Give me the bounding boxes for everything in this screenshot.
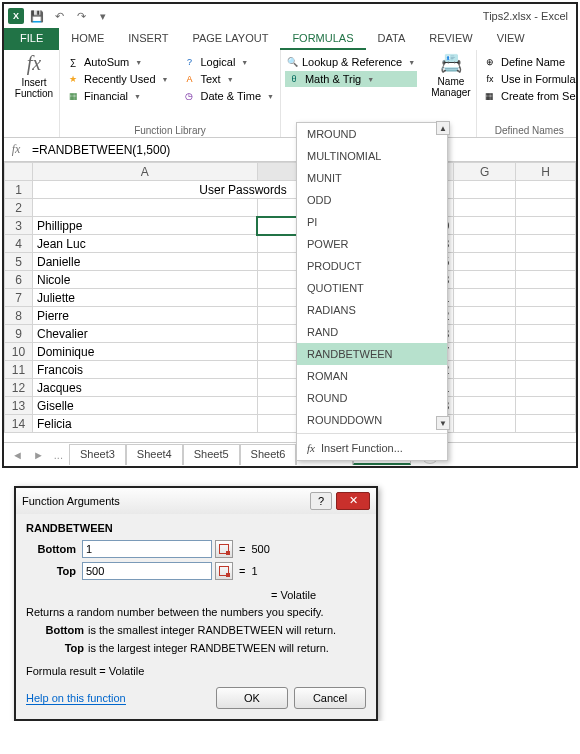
row-header-4[interactable]: 4 [5, 235, 33, 253]
recently-used-button[interactable]: ★Recently Used▼ [64, 71, 170, 87]
theta-icon: θ [287, 72, 301, 86]
fn-item-round[interactable]: ROUND [297, 387, 447, 409]
tab-review[interactable]: REVIEW [417, 28, 484, 50]
collapse-dialog-button[interactable] [215, 562, 233, 580]
cell-A5[interactable]: Danielle [33, 253, 258, 271]
row-header-3[interactable]: 3 [5, 217, 33, 235]
dialog-help-button[interactable]: ? [310, 492, 332, 510]
row-header-7[interactable]: 7 [5, 289, 33, 307]
logical-icon: ? [182, 55, 196, 69]
formula-result: Formula result = Volatile [26, 665, 366, 677]
fn-item-radians[interactable]: RADIANS [297, 299, 447, 321]
row-header-14[interactable]: 14 [5, 415, 33, 433]
fn-item-product[interactable]: PRODUCT [297, 255, 447, 277]
cell-A12[interactable]: Jacques [33, 379, 258, 397]
sheet-tab-sheet5[interactable]: Sheet5 [183, 444, 240, 465]
fx-icon[interactable]: fx [4, 142, 28, 157]
cell-A11[interactable]: Francois [33, 361, 258, 379]
row-header-1[interactable]: 1 [5, 181, 33, 199]
logical-button[interactable]: ?Logical▼ [180, 54, 275, 70]
sheet-overflow[interactable]: ... [50, 449, 67, 461]
tab-view[interactable]: VIEW [485, 28, 537, 50]
cell-A3[interactable]: Phillippe [33, 217, 258, 235]
text-button[interactable]: AText▼ [180, 71, 275, 87]
sheet-nav-prev-icon[interactable]: ◄ [8, 449, 27, 461]
sheet-tab-sheet4[interactable]: Sheet4 [126, 444, 183, 465]
sheet-tab-sheet6[interactable]: Sheet6 [240, 444, 297, 465]
range-icon [219, 544, 229, 554]
fn-item-odd[interactable]: ODD [297, 189, 447, 211]
collapse-dialog-button[interactable] [215, 540, 233, 558]
help-link[interactable]: Help on this function [26, 692, 126, 705]
scroll-down-icon[interactable]: ▼ [436, 416, 450, 430]
cell-A14[interactable]: Felicia [33, 415, 258, 433]
fn-item-pi[interactable]: PI [297, 211, 447, 233]
row-header-12[interactable]: 12 [5, 379, 33, 397]
row-header-5[interactable]: 5 [5, 253, 33, 271]
fn-item-roman[interactable]: ROMAN [297, 365, 447, 387]
cell-A10[interactable]: Dominique [33, 343, 258, 361]
sheet-tab-sheet3[interactable]: Sheet3 [69, 444, 126, 465]
row-header-10[interactable]: 10 [5, 343, 33, 361]
dialog-close-button[interactable]: ✕ [336, 492, 370, 510]
fn-item-rand[interactable]: RAND [297, 321, 447, 343]
arg-top-input[interactable] [82, 562, 212, 580]
row-header-11[interactable]: 11 [5, 361, 33, 379]
autosum-button[interactable]: ∑AutoSum▼ [64, 54, 170, 70]
insert-function-button[interactable]: fx Insert Function [8, 52, 60, 99]
tab-formulas[interactable]: FORMULAS [280, 28, 365, 50]
scroll-up-icon[interactable]: ▲ [436, 121, 450, 135]
cell-A8[interactable]: Pierre [33, 307, 258, 325]
sheet-tab-bar: ◄ ► ... Sheet3Sheet4Sheet5Sheet6Sheet7Sh… [4, 442, 576, 466]
undo-icon[interactable]: ↶ [50, 7, 68, 25]
window-title: Tips2.xlsx - Excel [483, 10, 568, 22]
dialog-function-name: RANDBETWEEN [26, 522, 366, 534]
row-header-13[interactable]: 13 [5, 397, 33, 415]
spreadsheet-grid[interactable]: ABCGH1User Passwords23Phillippe4604604Je… [4, 162, 576, 442]
define-name-button[interactable]: ⊕Define Name [481, 54, 578, 70]
redo-icon[interactable]: ↷ [72, 7, 90, 25]
fn-item-mround[interactable]: MROUND [297, 123, 447, 145]
qat-dropdown-icon[interactable]: ▾ [94, 7, 112, 25]
row-header-8[interactable]: 8 [5, 307, 33, 325]
cell-A4[interactable]: Jean Luc [33, 235, 258, 253]
cell-A9[interactable]: Chevalier [33, 325, 258, 343]
col-header-G[interactable]: G [454, 163, 516, 181]
lookup-button[interactable]: 🔍Lookup & Reference▼ [285, 54, 417, 70]
datetime-button[interactable]: ◷Date & Time▼ [180, 88, 275, 104]
cell-A13[interactable]: Giselle [33, 397, 258, 415]
name-manager-button[interactable]: 📇 Name Manager [425, 52, 477, 98]
fn-item-munit[interactable]: MUNIT [297, 167, 447, 189]
cell-A7[interactable]: Juliette [33, 289, 258, 307]
fn-item-power[interactable]: POWER [297, 233, 447, 255]
cancel-button[interactable]: Cancel [294, 687, 366, 709]
financial-button[interactable]: ▦Financial▼ [64, 88, 170, 104]
row-header-6[interactable]: 6 [5, 271, 33, 289]
tab-insert[interactable]: INSERT [116, 28, 180, 50]
fn-item-randbetween[interactable]: RANDBETWEEN [297, 343, 447, 365]
create-from-selection-button[interactable]: ▦Create from Se [481, 88, 578, 104]
sheet-nav-next-icon[interactable]: ► [29, 449, 48, 461]
chevron-down-icon: ▼ [162, 76, 169, 83]
select-all[interactable] [5, 163, 33, 181]
tab-file[interactable]: FILE [4, 28, 59, 50]
cell-A6[interactable]: Nicole [33, 271, 258, 289]
col-header-H[interactable]: H [516, 163, 576, 181]
tab-home[interactable]: HOME [59, 28, 116, 50]
tab-data[interactable]: DATA [366, 28, 418, 50]
fn-item-rounddown[interactable]: ROUNDDOWN [297, 409, 447, 431]
row-header-2[interactable]: 2 [5, 199, 33, 217]
excel-icon: X [8, 8, 24, 24]
arg-bottom-input[interactable] [82, 540, 212, 558]
save-icon[interactable]: 💾 [28, 7, 46, 25]
fn-item-quotient[interactable]: QUOTIENT [297, 277, 447, 299]
fn-item-multinomial[interactable]: MULTINOMIAL [297, 145, 447, 167]
ok-button[interactable]: OK [216, 687, 288, 709]
use-in-formula-button[interactable]: fxUse in Formula [481, 71, 578, 87]
dialog-titlebar[interactable]: Function Arguments ? ✕ [16, 488, 376, 514]
insert-function-link[interactable]: fxInsert Function... [297, 436, 447, 460]
math-trig-button[interactable]: θMath & Trig▼ [285, 71, 417, 87]
tab-page-layout[interactable]: PAGE LAYOUT [180, 28, 280, 50]
row-header-9[interactable]: 9 [5, 325, 33, 343]
col-header-A[interactable]: A [33, 163, 258, 181]
